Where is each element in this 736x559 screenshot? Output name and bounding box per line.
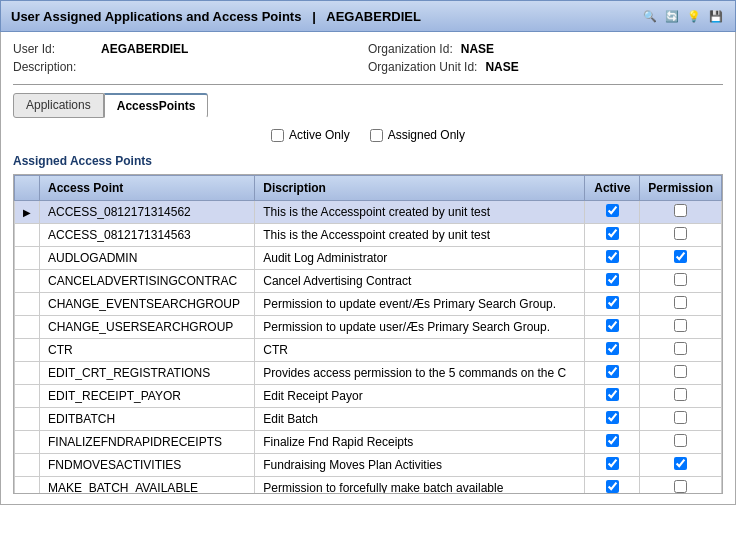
table-row[interactable]: EDITBATCHEdit Batch	[15, 408, 722, 431]
tab-applications[interactable]: Applications	[13, 93, 104, 118]
permission-cell[interactable]	[640, 247, 722, 270]
active-checkbox[interactable]	[606, 480, 619, 493]
table-row[interactable]: FINALIZEFNDRAPIDRECEIPTSFinalize Fnd Rap…	[15, 431, 722, 454]
permission-checkbox[interactable]	[674, 273, 687, 286]
active-checkbox[interactable]	[606, 204, 619, 217]
permission-cell[interactable]	[640, 385, 722, 408]
permission-checkbox[interactable]	[674, 250, 687, 263]
access-points-table-wrapper[interactable]: Access Point Discription Active Permissi…	[13, 174, 723, 494]
permission-checkbox[interactable]	[674, 342, 687, 355]
description-cell: CTR	[255, 339, 585, 362]
permission-cell[interactable]	[640, 270, 722, 293]
active-cell[interactable]	[585, 201, 640, 224]
row-indicator	[15, 270, 40, 293]
active-cell[interactable]	[585, 270, 640, 293]
section-title: Assigned Access Points	[13, 154, 723, 168]
active-checkbox[interactable]	[606, 342, 619, 355]
refresh-icon[interactable]: 🔄	[663, 7, 681, 25]
permission-cell[interactable]	[640, 293, 722, 316]
active-checkbox[interactable]	[606, 365, 619, 378]
access-point-cell: ACCESS_0812171314562	[40, 201, 255, 224]
row-indicator	[15, 431, 40, 454]
table-row[interactable]: CHANGE_EVENTSEARCHGROUPPermission to upd…	[15, 293, 722, 316]
permission-checkbox[interactable]	[674, 296, 687, 309]
bulb-icon[interactable]: 💡	[685, 7, 703, 25]
permission-cell[interactable]	[640, 339, 722, 362]
table-row[interactable]: CANCELADVERTISINGCONTRACCancel Advertisi…	[15, 270, 722, 293]
access-point-cell: CTR	[40, 339, 255, 362]
row-indicator	[15, 247, 40, 270]
permission-cell[interactable]	[640, 477, 722, 495]
permission-checkbox[interactable]	[674, 388, 687, 401]
permission-cell[interactable]	[640, 201, 722, 224]
description-cell: Permission to forcefully make batch avai…	[255, 477, 585, 495]
active-cell[interactable]	[585, 408, 640, 431]
table-row[interactable]: AUDLOGADMINAudit Log Administrator	[15, 247, 722, 270]
assigned-only-checkbox[interactable]	[370, 129, 383, 142]
table-row[interactable]: CTRCTR	[15, 339, 722, 362]
active-checkbox[interactable]	[606, 273, 619, 286]
row-indicator	[15, 454, 40, 477]
permission-cell[interactable]	[640, 408, 722, 431]
permission-cell[interactable]	[640, 316, 722, 339]
active-cell[interactable]	[585, 316, 640, 339]
permission-checkbox[interactable]	[674, 365, 687, 378]
table-row[interactable]: CHANGE_USERSEARCHGROUPPermission to upda…	[15, 316, 722, 339]
active-checkbox[interactable]	[606, 296, 619, 309]
active-cell[interactable]	[585, 385, 640, 408]
col-access-point: Access Point	[40, 176, 255, 201]
active-cell[interactable]	[585, 224, 640, 247]
access-point-cell: FNDMOVESACTIVITIES	[40, 454, 255, 477]
row-indicator	[15, 339, 40, 362]
active-checkbox[interactable]	[606, 434, 619, 447]
row-indicator	[15, 362, 40, 385]
active-checkbox[interactable]	[606, 319, 619, 332]
binoculars-icon[interactable]: 🔍	[641, 7, 659, 25]
col-indicator	[15, 176, 40, 201]
active-cell[interactable]	[585, 431, 640, 454]
access-point-cell: CHANGE_USERSEARCHGROUP	[40, 316, 255, 339]
table-row[interactable]: ▶ACCESS_0812171314562This is the Accessp…	[15, 201, 722, 224]
table-row[interactable]: ACCESS_0812171314563This is the Accesspo…	[15, 224, 722, 247]
active-checkbox[interactable]	[606, 457, 619, 470]
active-cell[interactable]	[585, 293, 640, 316]
table-row[interactable]: EDIT_RECEIPT_PAYOREdit Receipt Payor	[15, 385, 722, 408]
permission-cell[interactable]	[640, 454, 722, 477]
main-content: User Id: AEGABERDIEL Organization Id: NA…	[0, 32, 736, 505]
active-cell[interactable]	[585, 247, 640, 270]
permission-checkbox[interactable]	[674, 227, 687, 240]
table-row[interactable]: MAKE_BATCH_AVAILABLEPermission to forcef…	[15, 477, 722, 495]
active-only-label: Active Only	[289, 128, 350, 142]
active-checkbox[interactable]	[606, 227, 619, 240]
table-row[interactable]: EDIT_CRT_REGISTRATIONSProvides access pe…	[15, 362, 722, 385]
save-icon[interactable]: 💾	[707, 7, 725, 25]
active-cell[interactable]	[585, 477, 640, 495]
org-unit-label: Organization Unit Id:	[368, 60, 477, 74]
permission-checkbox[interactable]	[674, 411, 687, 424]
permission-checkbox[interactable]	[674, 204, 687, 217]
access-point-cell: CANCELADVERTISINGCONTRAC	[40, 270, 255, 293]
active-checkbox[interactable]	[606, 250, 619, 263]
title-bar: User Assigned Applications and Access Po…	[0, 0, 736, 32]
permission-checkbox[interactable]	[674, 457, 687, 470]
permission-cell[interactable]	[640, 362, 722, 385]
permission-cell[interactable]	[640, 224, 722, 247]
assigned-only-filter[interactable]: Assigned Only	[370, 128, 465, 142]
description-cell: Provides access permission to the 5 comm…	[255, 362, 585, 385]
active-checkbox[interactable]	[606, 411, 619, 424]
table-row[interactable]: FNDMOVESACTIVITIESFundraising Moves Plan…	[15, 454, 722, 477]
permission-cell[interactable]	[640, 431, 722, 454]
access-point-cell: MAKE_BATCH_AVAILABLE	[40, 477, 255, 495]
org-unit-row: Organization Unit Id: NASE	[368, 60, 723, 74]
permission-checkbox[interactable]	[674, 434, 687, 447]
active-checkbox[interactable]	[606, 388, 619, 401]
assigned-only-label: Assigned Only	[388, 128, 465, 142]
active-only-filter[interactable]: Active Only	[271, 128, 350, 142]
permission-checkbox[interactable]	[674, 319, 687, 332]
active-cell[interactable]	[585, 454, 640, 477]
active-cell[interactable]	[585, 362, 640, 385]
active-cell[interactable]	[585, 339, 640, 362]
active-only-checkbox[interactable]	[271, 129, 284, 142]
tab-accesspoints[interactable]: AccessPoints	[104, 93, 209, 118]
permission-checkbox[interactable]	[674, 480, 687, 493]
